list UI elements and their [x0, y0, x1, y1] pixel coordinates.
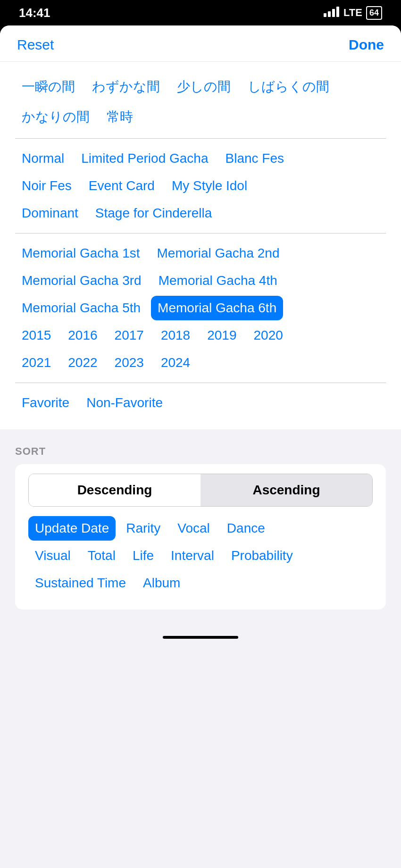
filter-row-4: Noir Fes Event Card My Style Idol	[15, 174, 386, 198]
sort-tag-rarity[interactable]: Rarity	[119, 516, 167, 541]
filter-tag-little[interactable]: 少しの間	[170, 73, 237, 100]
done-button[interactable]: Done	[349, 37, 384, 53]
sort-tag-album[interactable]: Album	[136, 571, 187, 595]
sort-label: SORT	[15, 445, 386, 458]
status-icons: LTE 64	[324, 6, 382, 20]
sort-options-row-3: Sustained Time Album	[28, 571, 373, 595]
battery-icon: 64	[366, 6, 382, 20]
filter-row-5: Dominant Stage for Cinderella	[15, 201, 386, 225]
filter-row-6: Memorial Gacha 1st Memorial Gacha 2nd	[15, 241, 386, 266]
filter-tag-while[interactable]: しばらくの間	[241, 73, 336, 100]
filter-tag-2020[interactable]: 2020	[247, 323, 289, 348]
filter-tag-memorial3[interactable]: Memorial Gacha 3rd	[15, 268, 148, 293]
filter-tag-2019[interactable]: 2019	[200, 323, 243, 348]
filter-tag-2016[interactable]: 2016	[61, 323, 104, 348]
filter-tag-normal[interactable]: Normal	[15, 146, 71, 171]
main-container: Reset Done 一瞬の間 わずかな間 少しの間 しばらくの間 かなりの間 …	[0, 25, 401, 868]
sort-tag-life[interactable]: Life	[126, 543, 160, 568]
reset-button[interactable]: Reset	[17, 37, 54, 53]
signal-icon	[324, 7, 340, 19]
sort-toggle: Descending Ascending	[28, 474, 373, 507]
filter-tag-noir[interactable]: Noir Fes	[15, 174, 78, 198]
header: Reset Done	[0, 25, 401, 62]
filter-tag-quite[interactable]: かなりの間	[15, 103, 96, 131]
sort-tag-vocal[interactable]: Vocal	[171, 516, 217, 541]
filter-card: 一瞬の間 わずかな間 少しの間 しばらくの間 かなりの間 常時 Normal L…	[0, 62, 401, 429]
divider-1	[15, 138, 386, 139]
filter-tag-event[interactable]: Event Card	[82, 174, 161, 198]
filter-tag-memorial6[interactable]: Memorial Gacha 6th	[151, 296, 283, 320]
home-bar	[163, 636, 238, 639]
filter-tag-blanc[interactable]: Blanc Fes	[219, 146, 291, 171]
filter-tag-memorial4[interactable]: Memorial Gacha 4th	[152, 268, 284, 293]
sort-section: SORT Descending Ascending Update Date Ra…	[0, 438, 401, 609]
lte-label: LTE	[343, 7, 362, 19]
sort-tag-interval[interactable]: Interval	[164, 543, 221, 568]
sort-tag-sustained-time[interactable]: Sustained Time	[28, 571, 133, 595]
sort-tag-probability[interactable]: Probability	[225, 543, 300, 568]
filter-row-8: Memorial Gacha 5th Memorial Gacha 6th	[15, 296, 386, 320]
filter-tag-stage[interactable]: Stage for Cinderella	[89, 201, 218, 225]
divider-2	[15, 233, 386, 234]
filter-tag-instant[interactable]: 一瞬の間	[15, 73, 82, 100]
filter-tag-2015[interactable]: 2015	[15, 323, 58, 348]
status-time: 14:41	[19, 6, 50, 20]
filter-row-years-1: 2015 2016 2017 2018 2019 2020	[15, 323, 386, 348]
filter-tag-2021[interactable]: 2021	[15, 351, 58, 375]
filter-tag-always[interactable]: 常時	[100, 103, 140, 131]
filter-tag-2017[interactable]: 2017	[108, 323, 150, 348]
filter-row-2: かなりの間 常時	[15, 103, 386, 131]
toggle-ascending[interactable]: Ascending	[200, 474, 372, 506]
sort-options-row-2: Visual Total Life Interval Probability	[28, 543, 373, 568]
filter-row-7: Memorial Gacha 3rd Memorial Gacha 4th	[15, 268, 386, 293]
toggle-descending[interactable]: Descending	[29, 474, 200, 506]
filter-tag-memorial2[interactable]: Memorial Gacha 2nd	[150, 241, 286, 266]
filter-tag-favorite[interactable]: Favorite	[15, 391, 76, 415]
filter-row-3: Normal Limited Period Gacha Blanc Fes	[15, 146, 386, 171]
home-indicator-area	[0, 628, 401, 650]
svg-rect-1	[328, 11, 331, 17]
filter-tag-2018[interactable]: 2018	[154, 323, 197, 348]
filter-tag-dominant[interactable]: Dominant	[15, 201, 85, 225]
filter-tag-memorial5[interactable]: Memorial Gacha 5th	[15, 296, 147, 320]
divider-3	[15, 383, 386, 383]
sort-tag-total[interactable]: Total	[81, 543, 122, 568]
filter-tag-2022[interactable]: 2022	[61, 351, 104, 375]
sort-tag-dance[interactable]: Dance	[220, 516, 272, 541]
sort-card: Descending Ascending Update Date Rarity …	[15, 464, 386, 609]
filter-tag-memorial1[interactable]: Memorial Gacha 1st	[15, 241, 147, 266]
filter-tag-brief[interactable]: わずかな間	[85, 73, 167, 100]
sort-tag-visual[interactable]: Visual	[28, 543, 77, 568]
sort-tag-update-date[interactable]: Update Date	[28, 516, 116, 541]
sort-options-row-1: Update Date Rarity Vocal Dance	[28, 516, 373, 541]
svg-rect-2	[332, 9, 335, 17]
filter-tag-limited[interactable]: Limited Period Gacha	[75, 146, 215, 171]
filter-tag-mystyle[interactable]: My Style Idol	[165, 174, 254, 198]
svg-rect-0	[324, 13, 326, 17]
status-bar: 14:41 LTE 64	[0, 0, 401, 25]
filter-row-favorite: Favorite Non-Favorite	[15, 391, 386, 415]
filter-tag-2023[interactable]: 2023	[108, 351, 150, 375]
filter-tag-2024[interactable]: 2024	[154, 351, 197, 375]
filter-row-1: 一瞬の間 わずかな間 少しの間 しばらくの間	[15, 73, 386, 100]
filter-row-years-2: 2021 2022 2023 2024	[15, 351, 386, 375]
filter-tag-non-favorite[interactable]: Non-Favorite	[80, 391, 169, 415]
svg-rect-3	[336, 7, 339, 17]
